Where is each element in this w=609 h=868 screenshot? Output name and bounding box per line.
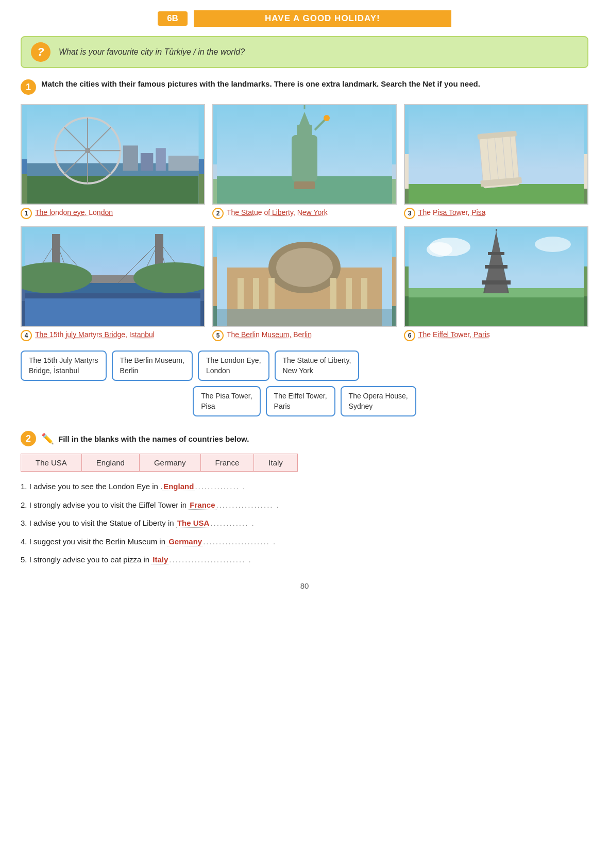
landmark-label-2: 2 The Statue of Liberty, New York: [212, 208, 328, 219]
page-header: 6B HAVE A GOOD HOLIDAY!: [21, 10, 588, 27]
landmark-name-4: The 15th july Martyrs Bridge, Istanbul: [35, 330, 155, 339]
sentence-5: 5. I strongly advise you to eat pizza in…: [21, 554, 588, 566]
svg-rect-9: [123, 145, 138, 171]
svg-rect-54: [268, 278, 275, 309]
landmark-image-2: [212, 104, 397, 205]
svg-rect-11: [156, 148, 166, 171]
landmark-name-2: The Statue of Liberty, New York: [227, 208, 328, 217]
word-card-3: The London Eye, London: [198, 350, 269, 381]
svg-rect-16: [297, 125, 312, 138]
word-card-1: The 15th July Martyrs Bridge, İstanbul: [21, 350, 107, 381]
landmark-image-5: [212, 226, 397, 327]
country-tag-usa: The USA: [21, 454, 82, 471]
landmark-num-6: 6: [404, 330, 415, 341]
sentence-3: 3. I advise you to visit the Statue of L…: [21, 518, 588, 529]
svg-point-51: [276, 248, 333, 287]
landmark-cell-1: 1 The london eye, London: [21, 104, 205, 219]
landmark-num-3: 3: [404, 208, 415, 219]
word-card-2: The Berlin Museum, Berlin: [112, 350, 193, 381]
question-icon: ?: [31, 42, 50, 62]
sentence-4: 4. I suggest you visit the Berlin Museum…: [21, 536, 588, 548]
landmark-num-2: 2: [212, 208, 224, 219]
section2-header: 2 ✏️ Fill in the blanks with the names o…: [21, 431, 588, 446]
svg-rect-10: [141, 153, 153, 171]
word-bank: The 15th July Martyrs Bridge, İstanbul T…: [21, 350, 588, 381]
country-tags: The USA England Germany France Italy: [21, 454, 298, 472]
word-card-7: The Opera House, Sydney: [341, 386, 416, 416]
landmark-name-6: The Eiffel Tower, Paris: [418, 330, 490, 339]
landmark-cell-4: 4 The 15th july Martyrs Bridge, Istanbul: [21, 226, 205, 341]
country-tag-france: France: [201, 454, 255, 471]
section1-instruction: Match the cities with their famous pictu…: [41, 79, 480, 88]
svg-rect-12: [168, 156, 199, 171]
svg-rect-57: [361, 278, 367, 309]
landmark-label-6: 6 The Eiffel Tower, Paris: [404, 330, 490, 341]
svg-rect-45: [25, 293, 200, 298]
landmark-label-5: 5 The Berlin Museum, Berlin: [212, 330, 312, 341]
country-tag-england: England: [82, 454, 140, 471]
answer-5: Italy: [151, 555, 169, 564]
page-number: 80: [21, 581, 588, 590]
landmark-num-1: 1: [21, 208, 32, 219]
svg-rect-21: [294, 181, 315, 189]
answer-3: The USA: [176, 519, 211, 528]
landmark-num-5: 5: [212, 330, 224, 341]
svg-rect-66: [488, 252, 504, 255]
landmark-name-3: The Pisa Tower, Pisa: [418, 208, 485, 217]
section2-number: 2: [21, 431, 36, 446]
answer-1: England: [162, 482, 195, 491]
country-tag-germany: Germany: [140, 454, 201, 471]
answer-4: Germany: [167, 537, 203, 546]
landmark-image-4: [21, 226, 205, 327]
sentence-1: 1. I advise you to see the London Eye in…: [21, 481, 588, 493]
landmark-cell-3: 3 The Pisa Tower, Pisa: [404, 104, 588, 219]
svg-point-70: [535, 237, 571, 252]
question-text: What is your favourite city in Türkiye /…: [59, 47, 245, 57]
svg-point-69: [427, 242, 452, 257]
pencil-icon: ✏️: [41, 432, 54, 445]
word-card-5: The Pisa Tower, Pisa: [193, 386, 260, 416]
section1-header: 1 Match the cities with their famous pic…: [21, 79, 588, 95]
svg-rect-53: [253, 278, 259, 309]
section1-number: 1: [21, 79, 36, 95]
word-card-6: The Eiffel Tower, Paris: [266, 386, 335, 416]
section2-instruction: Fill in the blanks with the names of cou…: [58, 435, 249, 443]
landmark-name-1: The london eye, London: [35, 208, 113, 217]
country-tag-italy: Italy: [254, 454, 297, 471]
word-card-4: The Statue of Liberty, New York: [275, 350, 360, 381]
section2: 2 ✏️ Fill in the blanks with the names o…: [21, 431, 588, 566]
svg-rect-56: [346, 278, 352, 309]
unit-badge: 6B: [158, 11, 188, 26]
landmark-cell-2: 2 The Statue of Liberty, New York: [212, 104, 397, 219]
landmark-cell-6: 6 The Eiffel Tower, Paris: [404, 226, 588, 341]
landmark-image-3: [404, 104, 588, 205]
svg-rect-64: [482, 280, 511, 285]
svg-rect-58: [217, 309, 392, 327]
answer-2: France: [189, 500, 216, 510]
landmark-label-1: 1 The london eye, London: [21, 208, 113, 219]
landmark-label-4: 4 The 15th july Martyrs Bridge, Istanbul: [21, 330, 155, 341]
word-bank-row2: The Pisa Tower, Pisa The Eiffel Tower, P…: [21, 386, 588, 416]
svg-rect-60: [409, 293, 584, 327]
landmark-image-6: [404, 226, 588, 327]
svg-rect-55: [330, 278, 336, 309]
landmark-num-4: 4: [21, 330, 32, 341]
svg-rect-52: [238, 278, 244, 309]
unit-title: HAVE A GOOD HOLIDAY!: [194, 10, 451, 27]
svg-point-20: [324, 115, 330, 121]
svg-rect-15: [292, 135, 317, 181]
sentence-2: 2. I strongly advise you to visit the Ei…: [21, 499, 588, 511]
fill-sentences: 1. I advise you to see the London Eye in…: [21, 481, 588, 566]
landmark-label-3: 3 The Pisa Tower, Pisa: [404, 208, 485, 219]
landmark-name-5: The Berlin Museum, Berlin: [227, 330, 312, 339]
landmark-cell-5: 5 The Berlin Museum, Berlin: [212, 226, 397, 341]
svg-rect-65: [485, 265, 508, 269]
question-bar: ? What is your favourite city in Türkiye…: [21, 36, 588, 68]
landmark-grid: 1 The london eye, London 2: [21, 104, 588, 341]
landmark-image-1: [21, 104, 205, 205]
